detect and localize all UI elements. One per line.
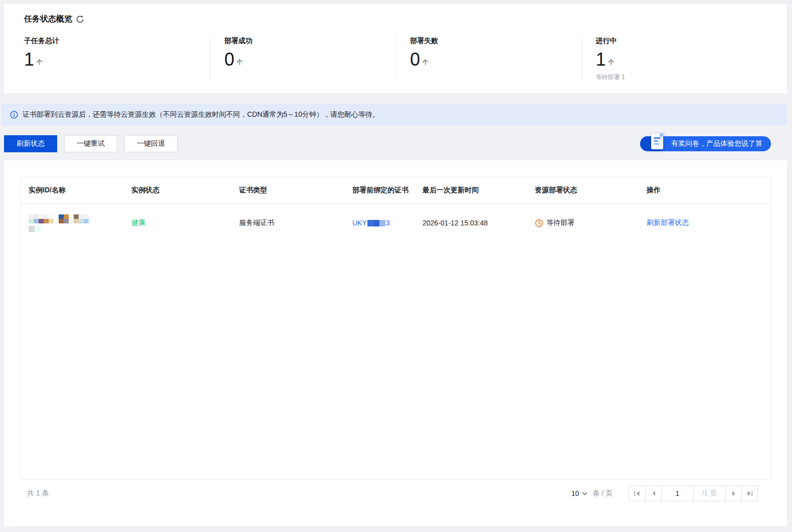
refresh-status-button[interactable]: 刷新状态: [4, 135, 57, 152]
total-count-label: 共 1 条: [20, 489, 49, 498]
stat-unit: 个: [609, 58, 615, 67]
last-page-button[interactable]: [741, 486, 757, 501]
total-pages-label: /1 页: [693, 486, 725, 501]
page-size-value: 10: [571, 489, 579, 497]
deploy-table: 实例ID/名称 实例状态 证书类型 部署前绑定的证书 最后一次更新时间 资源部署…: [20, 177, 771, 479]
cell-instance-status: 健康: [131, 218, 239, 227]
status-healthy-text: 健康: [131, 218, 145, 226]
stat-unit: 个: [423, 58, 429, 67]
col-header-actions: 操作: [647, 186, 770, 195]
panel-title-row: 任务状态概览: [24, 14, 767, 25]
stat-value: 1: [24, 50, 34, 70]
col-header-instance-status: 实例状态: [131, 186, 239, 195]
bound-cert-link[interactable]: UKY 3: [352, 219, 390, 227]
redacted-id-mosaic: [29, 214, 131, 232]
stat-total-subtasks: 子任务总计 1 个: [24, 37, 210, 82]
col-header-cert-type: 证书类型: [239, 186, 352, 195]
stat-label: 子任务总计: [24, 37, 210, 46]
cell-actions: 刷新部署状态: [647, 218, 770, 227]
page-size-select[interactable]: 10 条 / 页: [571, 489, 613, 498]
page-title: 任务状态概览: [24, 14, 72, 25]
cell-instance-id: [21, 214, 131, 232]
stats-row: 子任务总计 1 个 部署成功 0 个 部署失败 0 个 进行中 1 个: [24, 37, 767, 82]
stat-label: 部署成功: [225, 37, 396, 46]
rollback-all-button[interactable]: 一键回退: [124, 135, 177, 152]
prev-page-button[interactable]: [645, 486, 661, 501]
stat-label: 进行中: [596, 37, 767, 46]
deploy-table-panel: 实例ID/名称 实例状态 证书类型 部署前绑定的证书 最后一次更新时间 资源部署…: [4, 160, 787, 526]
cell-deploy-status: 等待部署: [535, 218, 647, 227]
info-banner-text: 证书部署到云资源后，还需等待云资源生效（不同云资源生效时间不同，CDN通常为5～…: [23, 110, 379, 119]
pager: 1 /1 页: [629, 485, 758, 501]
current-page-input[interactable]: 1: [661, 486, 693, 501]
cell-cert-type: 服务端证书: [239, 218, 352, 227]
pagination-bar: 共 1 条 10 条 / 页 1 /1 页: [20, 485, 771, 501]
stat-value: 0: [225, 50, 235, 70]
redacted-cert-mosaic: [367, 220, 385, 226]
cell-last-update: 2026-01-12 15:03:48: [423, 219, 535, 227]
stat-deploy-failed: 部署失败 0 个: [395, 37, 581, 82]
stat-value: 0: [410, 50, 420, 70]
deploy-status-text: 等待部署: [546, 218, 574, 227]
cert-id-suffix: 3: [386, 219, 390, 227]
page-size-unit: 条 / 页: [592, 489, 613, 498]
toolbar: 刷新状态 一键重试 一键回退 有奖问卷，产品体验您说了算: [4, 135, 771, 152]
stat-value: 1: [596, 50, 606, 70]
refresh-deploy-status-link[interactable]: 刷新部署状态: [647, 218, 689, 226]
stat-in-progress: 进行中 1 个 等待部署 1: [581, 37, 767, 82]
survey-label: 有奖问卷，产品体验您说了算: [671, 139, 762, 148]
next-page-button[interactable]: [725, 486, 741, 501]
info-banner: 证书部署到云资源后，还需等待云资源生效（不同云资源生效时间不同，CDN通常为5～…: [2, 104, 787, 126]
stat-label: 部署失败: [410, 37, 581, 46]
stat-deploy-success: 部署成功 0 个: [210, 37, 396, 82]
info-icon: [10, 111, 18, 119]
cert-id-prefix: UKY: [352, 219, 367, 227]
waiting-clock-icon: [535, 219, 543, 227]
survey-banner-button[interactable]: 有奖问卷，产品体验您说了算: [640, 136, 771, 151]
stat-unit: 个: [37, 58, 43, 67]
retry-all-button[interactable]: 一键重试: [64, 135, 117, 152]
table-header-row: 实例ID/名称 实例状态 证书类型 部署前绑定的证书 最后一次更新时间 资源部署…: [21, 177, 770, 204]
col-header-deploy-status: 资源部署状态: [535, 186, 647, 195]
stat-unit: 个: [237, 58, 243, 67]
task-status-overview-panel: 任务状态概览 子任务总计 1 个 部署成功 0 个 部署失败 0: [4, 4, 787, 93]
cell-bound-cert: UKY 3: [352, 219, 423, 227]
first-page-button[interactable]: [629, 486, 645, 501]
col-header-last-update: 最后一次更新时间: [423, 186, 535, 195]
stat-sub-waiting-deploy: 等待部署 1: [596, 73, 767, 82]
refresh-overview-icon[interactable]: [76, 15, 84, 24]
col-header-bound-cert: 部署前绑定的证书: [352, 186, 423, 195]
chevron-down-icon: [582, 492, 587, 495]
survey-paper-icon: [650, 132, 664, 152]
col-header-instance-id: 实例ID/名称: [21, 186, 131, 195]
table-row: 健康 服务端证书 UKY 3 2026-01-12 15:03:48: [21, 204, 770, 242]
